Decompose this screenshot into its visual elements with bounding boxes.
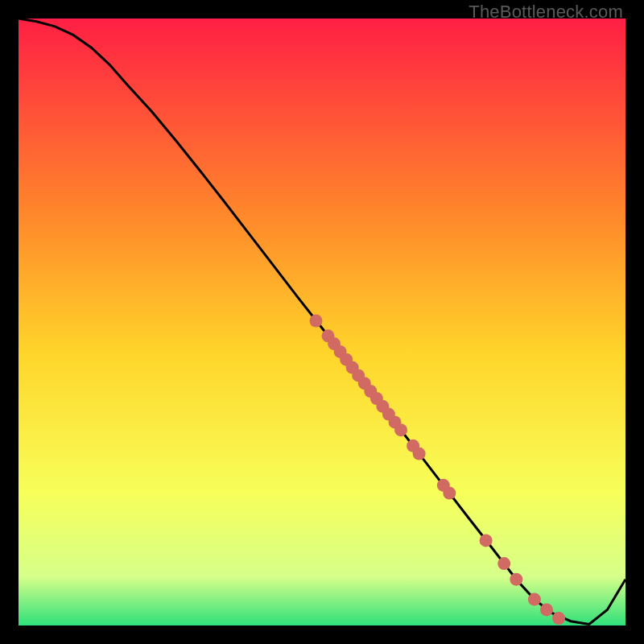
highlight-dot	[413, 448, 426, 460]
highlight-dot	[540, 603, 553, 616]
highlight-dot	[528, 593, 541, 606]
highlight-dot	[480, 534, 493, 547]
highlight-dot	[443, 487, 456, 500]
chart-svg	[19, 19, 625, 625]
highlight-dot	[497, 557, 510, 570]
highlight-dot	[394, 423, 407, 436]
chart-frame	[19, 19, 625, 625]
highlight-dot	[552, 612, 565, 625]
highlight-dot	[310, 315, 323, 328]
watermark-text: TheBottleneck.com	[469, 2, 623, 23]
highlight-dot	[510, 573, 522, 586]
